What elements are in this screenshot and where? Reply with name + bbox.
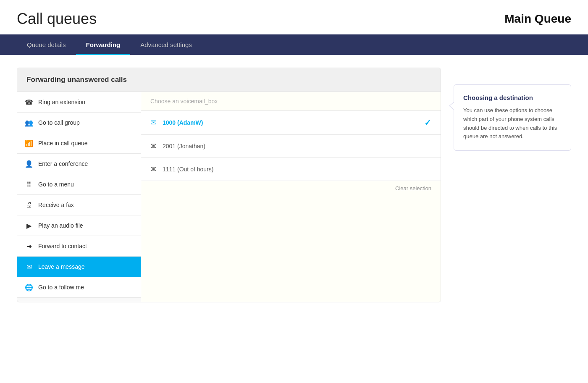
- option-label-fax: Receive a fax: [38, 202, 74, 208]
- voicemail-name-vm-1111: 1111 (Out of hours): [163, 166, 213, 173]
- voicemail-envelope-icon: ✉: [150, 142, 157, 151]
- option-label-call-queue: Place in call queue: [38, 140, 88, 147]
- menu-icon: ⠿: [25, 180, 33, 189]
- voicemail-item-vm-2001[interactable]: ✉ 2001 (Jonathan): [141, 135, 441, 158]
- forwarding-panel: Forwarding unanswered calls ☎ Ring an ex…: [17, 68, 441, 302]
- conference-icon: 👤: [25, 160, 33, 168]
- option-item-audio-file[interactable]: ▶ Play an audio file: [17, 215, 141, 236]
- option-item-menu[interactable]: ⠿ Go to a menu: [17, 174, 141, 195]
- option-item-call-queue[interactable]: 📶 Place in call queue: [17, 133, 141, 154]
- forward-contact-icon: ➜: [25, 242, 33, 250]
- voicemail-name-vm-2001: 2001 (Jonathan): [163, 143, 205, 150]
- option-item-leave-message[interactable]: ✉ Leave a message: [17, 257, 141, 277]
- options-list: ☎ Ring an extension 👥 Go to call group 📶…: [17, 92, 141, 302]
- tab-forwarding[interactable]: Forwarding: [76, 34, 131, 55]
- option-label-forward-contact: Forward to contact: [38, 243, 87, 249]
- voicemail-item-vm-1111[interactable]: ✉ 1111 (Out of hours): [141, 158, 441, 181]
- option-item-fax[interactable]: 🖨 Receive a fax: [17, 195, 141, 215]
- option-item-follow-me[interactable]: 🌐 Go to a follow me: [17, 277, 141, 298]
- voicemail-item-left: ✉ 1111 (Out of hours): [150, 165, 213, 174]
- voicemail-item-left: ✉ 1000 (AdamW): [150, 118, 203, 127]
- option-label-follow-me: Go to a follow me: [38, 284, 84, 291]
- voicemail-item-vm-1000[interactable]: ✉ 1000 (AdamW) ✓: [141, 111, 441, 135]
- clear-selection-button[interactable]: Clear selection: [141, 181, 441, 196]
- option-item-conference[interactable]: 👤 Enter a conference: [17, 154, 141, 174]
- call-group-icon: 👥: [25, 118, 33, 127]
- page-header: Call queues Main Queue: [0, 0, 588, 34]
- checkmark-icon: ✓: [424, 118, 431, 128]
- voicemail-item-left: ✉ 2001 (Jonathan): [150, 142, 205, 151]
- page-title: Call queues: [17, 10, 97, 28]
- option-label-call-group: Go to call group: [38, 119, 80, 126]
- ring-extension-icon: ☎: [25, 98, 33, 106]
- voicemail-header: Choose an voicemail_box: [141, 92, 441, 111]
- option-item-call-group[interactable]: 👥 Go to call group: [17, 113, 141, 133]
- panel-title: Forwarding unanswered calls: [26, 76, 431, 84]
- tab-advanced-settings[interactable]: Advanced settings: [130, 34, 202, 55]
- tab-queue-details[interactable]: Queue details: [17, 34, 76, 55]
- queue-name: Main Queue: [504, 12, 571, 26]
- call-queue-icon: 📶: [25, 139, 33, 147]
- option-label-conference: Enter a conference: [38, 160, 88, 167]
- option-label-audio-file: Play an audio file: [38, 222, 83, 229]
- panel-header: Forwarding unanswered calls: [17, 68, 441, 92]
- info-box-body: You can use these options to choose whic…: [463, 106, 562, 141]
- info-box: Choosing a destination You can use these…: [454, 84, 571, 151]
- voicemail-list: Choose an voicemail_box ✉ 1000 (AdamW) ✓…: [141, 92, 441, 302]
- option-label-ring-extension: Ring an extension: [38, 99, 85, 105]
- fax-icon: 🖨: [25, 201, 33, 209]
- panel-body: ☎ Ring an extension 👥 Go to call group 📶…: [17, 92, 441, 302]
- option-item-forward-contact[interactable]: ➜ Forward to contact: [17, 236, 141, 257]
- voicemail-name-vm-1000: 1000 (AdamW): [163, 119, 203, 126]
- follow-me-icon: 🌐: [25, 283, 33, 291]
- option-label-menu: Go to a menu: [38, 181, 74, 188]
- nav-bar: Queue details Forwarding Advanced settin…: [0, 34, 588, 55]
- leave-message-icon: ✉: [25, 262, 33, 271]
- voicemail-envelope-icon: ✉: [150, 165, 157, 174]
- voicemail-envelope-icon: ✉: [150, 118, 157, 127]
- option-item-ring-extension[interactable]: ☎ Ring an extension: [17, 92, 141, 113]
- main-content: Forwarding unanswered calls ☎ Ring an ex…: [0, 55, 588, 315]
- option-label-leave-message: Leave a message: [38, 263, 85, 270]
- audio-file-icon: ▶: [25, 221, 33, 230]
- info-box-title: Choosing a destination: [463, 94, 562, 101]
